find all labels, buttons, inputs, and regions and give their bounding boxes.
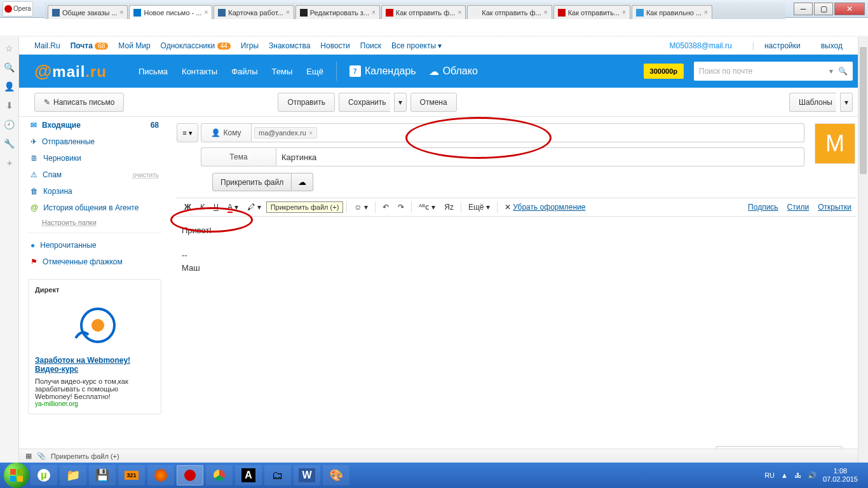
taskbar-folder-icon[interactable]: 🗂 [264,465,291,485]
folder-trash[interactable]: 🗑Корзина [28,183,161,200]
folder-flagged[interactable]: ⚑Отмеченные флажком [28,254,161,270]
tab-close-icon[interactable]: × [120,9,124,16]
panel-search-icon[interactable]: 🔍 [4,62,15,72]
taskbar-word-icon[interactable]: W [294,465,320,485]
header-nav-item[interactable]: Файлы [231,67,257,76]
tab-close-icon[interactable]: × [704,9,708,16]
tab-close-icon[interactable]: × [622,9,626,16]
opera-menu-button[interactable]: Opera [3,1,33,17]
folder-unread[interactable]: ●Непрочитанные [28,237,161,254]
user-email[interactable]: M050388@mail.ru [670,41,732,50]
portal-link[interactable]: Mail.Ru [34,41,60,50]
undo-button[interactable]: ↶ [379,200,393,214]
folder-inbox[interactable]: ✉Входящие68 [28,117,161,133]
tab-close-icon[interactable]: × [372,9,376,16]
browser-tab[interactable]: Общие заказы ...× [48,5,128,19]
folder-spam[interactable]: ⚠Спамочистить [28,166,161,183]
tab-close-icon[interactable]: × [544,9,548,16]
message-body[interactable]: Привет! -- Маш [177,217,855,281]
header-nav-item[interactable]: Контакты [182,67,217,76]
search-icon[interactable]: 🔍 [838,67,848,76]
tab-close-icon[interactable]: × [286,9,290,16]
cancel-button[interactable]: Отмена [410,93,457,112]
styles-link[interactable]: Стили [787,203,810,212]
browser-tab[interactable]: Редактировать з...× [295,5,380,19]
folder-sent[interactable]: ✈Отправленные [28,133,161,150]
portal-link[interactable]: Знакомства [269,41,310,50]
browser-tab[interactable]: Как правильно ...× [632,5,712,19]
underline-button[interactable]: Ч [210,200,222,214]
chevron-down-icon[interactable]: ▾ [829,67,833,76]
taskbar-firefox-icon[interactable] [147,465,174,485]
browser-tab[interactable]: Как отправить...× [553,5,630,19]
view-icon[interactable]: ▦ [25,452,32,460]
recipients-toggle[interactable]: ≡ ▾ [177,123,198,142]
window-maximize[interactable]: ▢ [814,3,833,15]
portal-link[interactable]: Мой Мир [118,41,150,50]
tab-close-icon[interactable]: × [204,9,208,16]
to-label[interactable]: 👤Кому [201,123,252,142]
tray-network-icon[interactable]: 🖧 [794,471,801,479]
tab-close-icon[interactable]: × [458,9,461,16]
ad-headline-link[interactable]: Заработок на Webmoney! Видео-курс [35,356,130,374]
tray-volume-icon[interactable]: 🔊 [808,471,817,480]
clear-spam-link[interactable]: очистить [133,172,159,179]
translate-button[interactable]: Яz [440,200,458,214]
portal-link[interactable]: Игры [241,41,259,50]
emoji-button[interactable]: ☺ ▾ [350,200,372,214]
compose-new-button[interactable]: ✎Написать письмо [34,93,124,112]
tray-show-hidden-icon[interactable]: ▲ [781,471,788,479]
start-button[interactable] [4,463,29,488]
spellcheck-button[interactable]: ᴬᴮᴄ ▾ [415,200,439,214]
taskbar-explorer-icon[interactable]: 📁 [60,465,86,485]
templates-dropdown[interactable]: ▾ [840,93,853,112]
cloud-link[interactable]: ☁ Облако [429,65,478,78]
to-field[interactable]: ma@yandex.ru × [252,123,804,142]
portal-link[interactable]: Почта 68 [71,41,109,50]
recipient-chip[interactable]: ma@yandex.ru × [254,127,317,139]
attach-file-button[interactable]: Прикрепить файл [212,173,292,191]
taskbar-utorrent-icon[interactable]: μ [31,465,57,485]
attach-cloud-button[interactable]: ☁ [292,173,313,191]
mail-search-input[interactable]: Поиск по почте ▾🔍 [694,62,853,81]
browser-tab[interactable]: Новое письмо - ...× [129,5,212,19]
scrollbar-thumb[interactable] [860,47,867,174]
panel-download-icon[interactable]: ⬇ [6,100,13,111]
portal-link[interactable]: Новости [320,41,349,50]
window-close[interactable]: ✕ [834,3,865,15]
header-nav-item[interactable]: Ещё [306,67,323,76]
calendar-link[interactable]: 7 Календарь [349,65,416,77]
cards-link[interactable]: Открытки [818,203,851,212]
text-color-button[interactable]: А ▾ [224,200,242,214]
header-nav-item[interactable]: Письма [139,67,168,76]
taskbar-save-icon[interactable]: 💾 [89,465,116,485]
panel-history-icon[interactable]: 🕘 [4,119,15,130]
settings-link[interactable]: настройки [764,41,801,50]
taskbar-player-icon[interactable]: 321 [118,465,145,485]
logout-link[interactable]: выход [821,41,843,50]
portal-link[interactable]: Одноклассники 44 [161,41,231,50]
browser-tab[interactable]: Карточка работ...× [214,5,294,19]
taskbar-opera-icon[interactable] [177,465,203,485]
chip-remove-icon[interactable]: × [309,129,313,137]
mailru-logo[interactable]: @mail.ru [34,61,107,81]
save-dropdown[interactable]: ▾ [394,93,407,112]
portal-link[interactable]: Все проекты ▾ [391,41,442,50]
folder-agent-history[interactable]: @История общения в Агенте [28,200,161,216]
browser-tab[interactable]: Как отправить ф...× [467,5,552,19]
portal-link[interactable]: Поиск [360,41,381,50]
bold-button[interactable]: Ж [180,200,195,214]
configure-folders-link[interactable]: Настроить папки [42,216,161,229]
clear-formatting-button[interactable]: ✕ Убрать оформление [501,200,590,214]
save-button[interactable]: Сохранить [339,93,390,112]
panel-star-icon[interactable]: ☆ [5,43,13,53]
taskbar-app-icon[interactable]: A [235,465,262,485]
header-nav-item[interactable]: Темы [272,67,293,76]
folder-drafts[interactable]: 🗎Черновики [28,150,161,166]
panel-settings-icon[interactable]: 🔧 [4,139,15,149]
templates-button[interactable]: Шаблоны [789,93,836,112]
redo-button[interactable]: ↷ [394,200,408,214]
tray-clock[interactable]: 1:08 07.02.2015 [823,467,858,484]
window-minimize[interactable]: ─ [794,3,813,15]
browser-tab[interactable]: Как отправить ф...× [381,5,466,19]
